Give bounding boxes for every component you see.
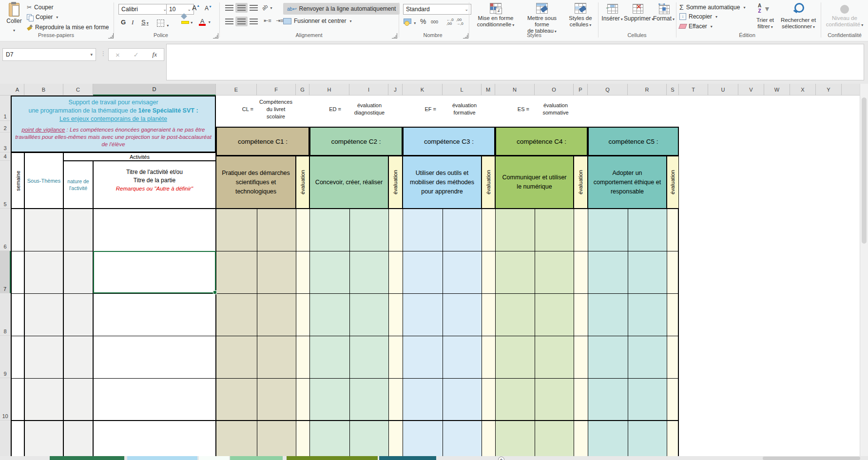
name-box[interactable]: D7 ▾ — [2, 48, 96, 61]
sheet-tab-4[interactable] — [287, 456, 378, 460]
row-header-9[interactable]: 9 — [0, 336, 11, 378]
column-header-Q[interactable]: Q — [588, 84, 628, 96]
percent-button[interactable]: % — [420, 18, 426, 25]
font-size-combo[interactable]: 10⌄ — [166, 4, 194, 15]
competency-desc-2[interactable]: Concevoir, créer, réaliser — [309, 156, 388, 209]
column-header-U[interactable]: U — [708, 84, 738, 96]
shrink-font-button[interactable]: A▼ — [205, 5, 212, 12]
cut-button[interactable]: ✂ Couper — [27, 4, 53, 11]
grow-font-button[interactable]: A▲ — [192, 4, 200, 12]
format-cells-button[interactable]: ⇤⇥ Format — [653, 3, 675, 22]
format-painter-button[interactable]: Reproduire la mise en forme — [27, 24, 109, 31]
decrease-indent-button[interactable]: ⇤≡ — [264, 18, 271, 24]
row-header-1[interactable]: 1 — [0, 96, 11, 121]
italic-button[interactable]: I — [132, 19, 134, 26]
number-dialog-launcher[interactable] — [463, 33, 468, 38]
column-header-P[interactable]: P — [574, 84, 588, 96]
row-header-3[interactable]: 3 — [0, 133, 11, 153]
vertical-scrollbar[interactable] — [860, 84, 868, 456]
cancel-icon[interactable]: × — [116, 51, 120, 59]
merge-center-button[interactable]: Fusionner et centrer — [283, 18, 351, 24]
row-header-2[interactable]: 2 — [0, 121, 11, 133]
alignment-dialog-launcher[interactable] — [392, 33, 397, 38]
column-headers[interactable]: ABCDEFGHIJKLMNOPQRSTUVWXY — [0, 84, 860, 96]
font-dialog-launcher[interactable] — [213, 33, 218, 38]
orientation-button[interactable]: ab — [262, 4, 272, 11]
column-header-Y[interactable]: Y — [816, 84, 842, 96]
wrap-text-button[interactable]: ab↩ Renvoyer à la ligne automatiquement — [283, 3, 400, 15]
column-header-C[interactable]: C — [63, 84, 93, 96]
competency-desc-5[interactable]: Adopter un comportement éthique et respo… — [588, 156, 667, 209]
insert-cells-button[interactable]: ← Insérer — [601, 3, 623, 22]
formula-bar-splitter[interactable]: ⋮ — [100, 50, 106, 57]
bold-button[interactable]: G — [121, 19, 126, 26]
column-header-A[interactable]: A — [11, 84, 24, 96]
sheet-tab-3[interactable] — [230, 456, 283, 460]
clipboard-dialog-launcher[interactable] — [108, 33, 114, 38]
decrease-decimal-button[interactable]: ,00 →,0 — [456, 18, 463, 26]
row-header-10[interactable]: 10 — [0, 378, 11, 421]
column-header-J[interactable]: J — [388, 84, 403, 96]
week-header-cell[interactable]: semaine — [11, 153, 24, 209]
formula-input[interactable] — [166, 44, 864, 80]
column-header-D[interactable]: D — [93, 84, 216, 96]
align-right-button[interactable] — [248, 17, 260, 26]
column-header-H[interactable]: H — [309, 84, 349, 96]
column-header-E[interactable]: E — [216, 84, 257, 96]
fill-button[interactable]: ↓ Recopier — [679, 13, 717, 20]
competency-header-5[interactable]: compétence C5 : — [588, 127, 679, 156]
format-as-table-button[interactable]: Mettre sous forme de tableau — [520, 3, 564, 35]
font-name-combo[interactable]: Calibri⌄ — [118, 4, 170, 15]
grid-cells-area[interactable]: Support de travail pour envisager une pr… — [11, 96, 860, 456]
nature-header-cell[interactable]: nature de l'activité — [63, 161, 93, 209]
sheet-tab-strip[interactable]: + — [0, 456, 868, 460]
sheet-tab-5[interactable] — [379, 456, 436, 460]
row-header-5[interactable]: 5 — [0, 161, 11, 209]
fill-handle[interactable] — [213, 290, 217, 294]
align-bottom-button[interactable] — [248, 3, 260, 13]
competency-header-1[interactable]: compétence C1 : — [216, 127, 309, 156]
column-header-N[interactable]: N — [495, 84, 535, 96]
column-header-K[interactable]: K — [403, 84, 443, 96]
delete-cells-button[interactable]: × Supprimer — [624, 3, 653, 22]
evaluation-header-2[interactable]: évaluation — [388, 156, 403, 209]
fx-icon[interactable]: fx — [153, 51, 157, 58]
competency-desc-1[interactable]: Pratiquer des démarches scientifiques et… — [216, 156, 296, 209]
conditional-formatting-button[interactable]: ≠ Mise en forme conditionnelle — [474, 3, 518, 28]
find-select-button[interactable]: Rechercher et sélectionner — [778, 3, 819, 30]
competency-header-2[interactable]: compétence C2 : — [309, 127, 403, 156]
activities-header-cell[interactable]: Activités — [63, 153, 216, 161]
align-middle-button[interactable] — [235, 3, 248, 13]
paste-button[interactable]: Coller — [4, 3, 24, 33]
thousands-button[interactable]: 000 — [431, 19, 438, 24]
horizontal-scrollbar-thumb[interactable] — [763, 457, 860, 460]
column-header-L[interactable]: L — [443, 84, 482, 96]
sheet-tab-2[interactable] — [127, 456, 197, 460]
column-header-S[interactable]: S — [667, 84, 679, 96]
autosum-button[interactable]: Σ Somme automatique — [679, 3, 745, 11]
column-header-G[interactable]: G — [296, 84, 309, 96]
sheet-tab-active[interactable] — [199, 456, 229, 460]
evaluation-header-5[interactable]: évaluation — [667, 156, 679, 209]
evaluation-header-4[interactable]: évaluation — [574, 156, 588, 209]
new-sheet-button[interactable]: + — [498, 457, 504, 460]
row-header-6[interactable]: 6 — [0, 209, 11, 251]
sort-filter-button[interactable]: AZ ▼ Trier et filtrer — [754, 3, 776, 30]
competency-desc-3[interactable]: Utiliser des outils et mobiliser des mét… — [403, 156, 482, 209]
column-header-M[interactable]: M — [482, 84, 495, 96]
column-header-R[interactable]: R — [628, 84, 667, 96]
accounting-format-button[interactable] — [404, 19, 416, 26]
selected-cell-d7[interactable] — [93, 251, 216, 293]
column-header-F[interactable]: F — [257, 84, 296, 96]
name-box-dropdown-icon[interactable]: ▾ — [90, 52, 93, 57]
underline-button[interactable]: S — [141, 19, 149, 26]
column-header-T[interactable]: T — [679, 84, 708, 96]
competency-header-4[interactable]: compétence C4 : — [495, 127, 588, 156]
copy-button[interactable]: Copier — [27, 14, 58, 20]
column-header-I[interactable]: I — [349, 84, 388, 96]
column-header-V[interactable]: V — [738, 84, 764, 96]
row-header-4[interactable]: 4 — [0, 153, 11, 161]
row-header-8[interactable]: 8 — [0, 293, 11, 336]
evaluation-header-3[interactable]: évaluation — [482, 156, 495, 209]
vertical-scrollbar-thumb[interactable] — [862, 97, 867, 244]
